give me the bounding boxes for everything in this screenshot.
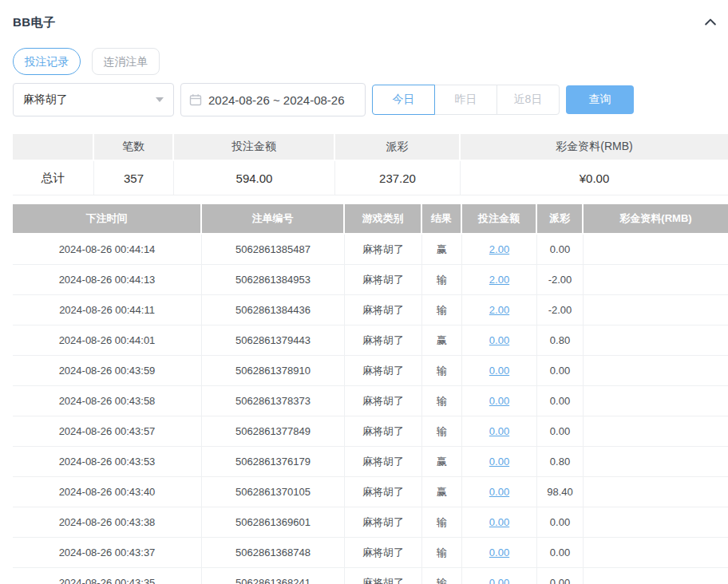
cell-bet-id: 5062861379443 xyxy=(202,326,345,356)
cell-game-type: 麻将胡了 xyxy=(345,568,422,584)
table-row: 2024-08-26 00:43:595062861378910麻将胡了输0.0… xyxy=(13,356,728,386)
summary-total-bet-amount: 594.00 xyxy=(174,161,335,195)
calendar-icon xyxy=(189,93,202,106)
cell-game-type: 麻将胡了 xyxy=(345,477,422,507)
cell-payout: 0.00 xyxy=(537,416,584,447)
table-row: 2024-08-26 00:44:145062861385487麻将胡了赢2.0… xyxy=(13,235,728,265)
summary-header-count: 笔数 xyxy=(94,134,174,161)
header-bet-id: 注单编号 xyxy=(202,204,345,235)
cell-result: 输 xyxy=(422,265,462,295)
cell-bet-amount-link[interactable]: 0.00 xyxy=(489,547,509,558)
cell-result: 输 xyxy=(422,386,462,416)
collapse-button[interactable] xyxy=(701,13,720,32)
game-select[interactable]: 麻将胡了 xyxy=(13,83,174,116)
table-row: 2024-08-26 00:43:405062861370105麻将胡了赢0.0… xyxy=(13,477,728,507)
cell-bet-amount: 0.00 xyxy=(462,326,537,356)
cell-bet-amount: 0.00 xyxy=(462,477,537,507)
last-8-days-button[interactable]: 近8日 xyxy=(497,85,560,115)
cell-bonus xyxy=(584,326,728,356)
table-row: 2024-08-26 00:43:385062861369601麻将胡了输0.0… xyxy=(13,507,728,538)
header-bet-time: 下注时间 xyxy=(13,204,202,235)
cell-bet-amount-link[interactable]: 2.00 xyxy=(489,274,509,286)
cell-bet-time: 2024-08-26 00:43:38 xyxy=(13,507,202,538)
panel-header: BB电子 xyxy=(13,0,728,32)
cell-payout: 0.00 xyxy=(537,538,584,568)
cell-bet-amount-link[interactable]: 0.00 xyxy=(489,577,509,584)
chevron-up-icon xyxy=(702,14,718,30)
cell-bonus xyxy=(584,568,728,584)
cell-result: 输 xyxy=(422,295,462,326)
cell-bet-time: 2024-08-26 00:43:57 xyxy=(13,416,202,447)
cell-payout: 0.00 xyxy=(537,507,584,538)
today-button[interactable]: 今日 xyxy=(372,85,435,115)
cell-game-type: 麻将胡了 xyxy=(345,356,422,386)
cell-bet-id: 5062861376179 xyxy=(202,447,345,477)
table-row: 2024-08-26 00:44:015062861379443麻将胡了赢0.0… xyxy=(13,326,728,356)
summary-table: 笔数 投注金额 派彩 彩金资料(RMB) 总计 357 594.00 237.2… xyxy=(13,134,728,195)
cell-bet-amount-link[interactable]: 0.00 xyxy=(489,365,509,377)
tab-cancelled-bets[interactable]: 连消注单 xyxy=(92,48,160,75)
cell-bet-time: 2024-08-26 00:43:37 xyxy=(13,538,202,568)
cell-bet-amount-link[interactable]: 2.00 xyxy=(489,304,509,316)
cell-bet-amount-link[interactable]: 0.00 xyxy=(489,516,509,528)
cell-bet-amount-link[interactable]: 0.00 xyxy=(489,395,509,407)
cell-bet-id: 5062861377849 xyxy=(202,416,345,447)
date-range-input[interactable]: 2024-08-26 ~ 2024-08-26 xyxy=(180,83,366,116)
bet-records-panel: BB电子 投注记录 连消注单 麻将胡了 2024-08-26 ~ 2024-08… xyxy=(0,0,728,584)
cell-payout: -2.00 xyxy=(537,295,584,326)
cell-bet-id: 5062861370105 xyxy=(202,477,345,507)
cell-payout: 0.00 xyxy=(537,356,584,386)
cell-bet-time: 2024-08-26 00:43:40 xyxy=(13,477,202,507)
cell-bet-time: 2024-08-26 00:44:13 xyxy=(13,265,202,295)
summary-header-payout: 派彩 xyxy=(335,134,461,161)
table-row: 2024-08-26 00:43:585062861378373麻将胡了输0.0… xyxy=(13,386,728,416)
summary-total-bonus: ¥0.00 xyxy=(461,161,728,195)
cell-bet-amount: 0.00 xyxy=(462,568,537,584)
date-range-value: 2024-08-26 ~ 2024-08-26 xyxy=(208,93,345,107)
filter-bar: 麻将胡了 2024-08-26 ~ 2024-08-26 今日 昨日 近8日 查… xyxy=(13,83,728,116)
cell-game-type: 麻将胡了 xyxy=(345,416,422,447)
cell-bet-amount-link[interactable]: 0.00 xyxy=(489,486,509,498)
cell-bonus xyxy=(584,477,728,507)
cell-bonus xyxy=(584,295,728,326)
cell-payout: 0.00 xyxy=(537,235,584,265)
query-button[interactable]: 查询 xyxy=(566,85,634,114)
cell-game-type: 麻将胡了 xyxy=(345,326,422,356)
cell-bet-time: 2024-08-26 00:43:58 xyxy=(13,386,202,416)
cell-bonus xyxy=(584,356,728,386)
quick-date-buttons: 今日 昨日 近8日 xyxy=(372,85,560,115)
bet-table-body: 2024-08-26 00:44:145062861385487麻将胡了赢2.0… xyxy=(13,235,728,584)
cell-bet-amount-link[interactable]: 2.00 xyxy=(489,243,509,255)
header-payout: 派彩 xyxy=(537,204,584,235)
cell-result: 输 xyxy=(422,568,462,584)
cell-bet-id: 5062861384953 xyxy=(202,265,345,295)
cell-game-type: 麻将胡了 xyxy=(345,295,422,326)
cell-bet-amount-link[interactable]: 0.00 xyxy=(489,425,509,437)
cell-payout: -2.00 xyxy=(537,265,584,295)
tab-bet-records[interactable]: 投注记录 xyxy=(13,48,81,75)
cell-bet-amount-link[interactable]: 0.00 xyxy=(489,456,509,468)
cell-game-type: 麻将胡了 xyxy=(345,507,422,538)
cell-bet-amount: 0.00 xyxy=(462,447,537,477)
cell-result: 输 xyxy=(422,416,462,447)
table-row: 2024-08-26 00:43:375062861368748麻将胡了输0.0… xyxy=(13,538,728,568)
cell-bonus xyxy=(584,235,728,265)
cell-bonus xyxy=(584,538,728,568)
cell-bet-amount-link[interactable]: 0.00 xyxy=(489,334,509,346)
cell-game-type: 麻将胡了 xyxy=(345,386,422,416)
cell-bonus xyxy=(584,416,728,447)
cell-game-type: 麻将胡了 xyxy=(345,538,422,568)
header-bet-amount: 投注金额 xyxy=(462,204,537,235)
cell-bet-id: 5062861378373 xyxy=(202,386,345,416)
summary-header-blank xyxy=(13,134,94,161)
cell-bet-amount: 2.00 xyxy=(462,265,537,295)
cell-bet-time: 2024-08-26 00:44:11 xyxy=(13,295,202,326)
cell-bet-amount: 2.00 xyxy=(462,235,537,265)
yesterday-button[interactable]: 昨日 xyxy=(434,85,497,115)
caret-down-icon xyxy=(156,97,164,102)
cell-bet-amount: 0.00 xyxy=(462,386,537,416)
cell-bet-id: 5062861368748 xyxy=(202,538,345,568)
cell-game-type: 麻将胡了 xyxy=(345,447,422,477)
cell-result: 赢 xyxy=(422,447,462,477)
cell-payout: 0.00 xyxy=(537,386,584,416)
